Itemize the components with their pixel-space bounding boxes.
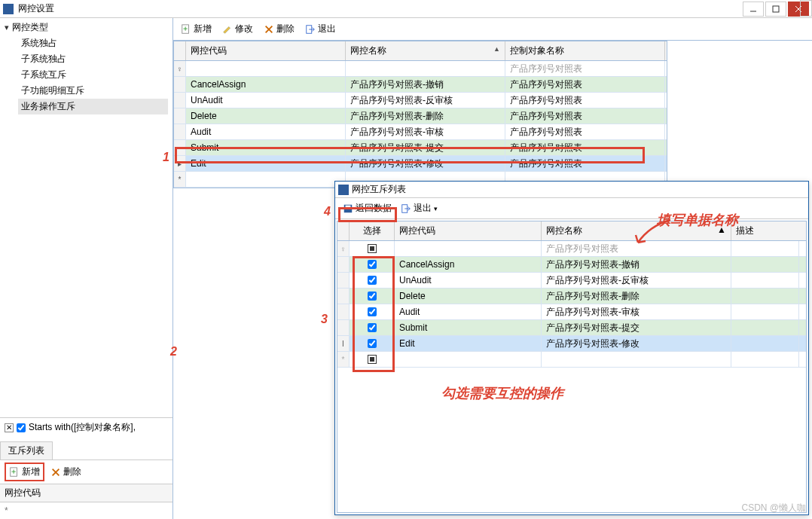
filter-enable-checkbox[interactable] [17,423,26,432]
row-checkbox[interactable] [368,292,377,301]
cell-desc [731,273,799,288]
save-icon [343,203,353,214]
tab-mutex-list[interactable]: 互斥列表 [0,441,53,459]
pcol-select[interactable]: 选择 [350,221,395,240]
popup-title: 网控互斥列表 [352,183,406,196]
table-row[interactable]: Delete 产品序列号对照表-删除 产品序列号对照表 [174,108,667,124]
table-row[interactable]: Submit 产品序列号对照表-提交 产品序列号对照表 [174,140,667,156]
add-button[interactable]: 新增 [178,21,215,37]
tree-item[interactable]: 子功能明细互斥 [18,83,168,99]
pcol-code[interactable]: 网控代码 [395,221,542,240]
nav-tree: ▾ 网控类型 系统独占子系统独占子系统互斥子功能明细互斥业务操作互斥 [0,18,172,118]
cell-name: 产品序列号对照表-撤销 [346,77,505,92]
exit-button[interactable]: 退出 [302,21,339,37]
svg-rect-1 [773,6,779,12]
cell-target: 产品序列号对照表 [505,140,665,155]
row-checkbox[interactable] [368,276,377,285]
filter-bar: ✕ Starts with([控制对象名称], [0,417,172,437]
pcol-desc[interactable]: 描述 [731,221,799,240]
delete-icon [50,467,61,478]
maximize-button[interactable] [765,2,786,17]
app-icon [3,4,14,14]
row-checkbox[interactable] [368,307,377,316]
select-all-checkbox[interactable] [368,244,377,253]
cell-name: 产品序列号对照表-删除 [542,289,731,304]
popup-grid-header: 选择 网控代码 网控名称▲ 描述 [337,221,806,241]
row-checkbox[interactable] [368,323,377,332]
cell-desc [731,304,799,319]
cell-name: 产品序列号对照表-撤销 [542,257,731,272]
edit-button[interactable]: 修改 [219,21,256,37]
popup-icon [338,185,349,195]
tree-item[interactable]: 子系统独占 [18,51,168,67]
cell-name: 产品序列号对照表-修改 [542,336,731,351]
delete-button[interactable]: 删除 [261,21,298,37]
table-row[interactable]: Audit 产品序列号对照表-审核 产品序列号对照表 [174,124,667,140]
svg-rect-16 [346,205,351,208]
cell-code: UnAudit [395,273,542,288]
dropdown-icon[interactable]: ▾ [434,205,438,212]
cell-desc [731,336,799,351]
cell-name: 产品序列号对照表-提交 [346,140,505,155]
exit-icon [401,203,411,214]
col-name[interactable]: 网控名称▲ [346,41,505,60]
bottom-grid-newrow[interactable]: * [0,502,172,519]
cell-target: 产品序列号对照表 [505,156,665,171]
tree-item[interactable]: 系统独占 [18,35,168,51]
left-panel: ▾ 网控类型 系统独占子系统独占子系统互斥子功能明细互斥业务操作互斥 ✕ Sta… [0,18,173,519]
main-grid: 网控代码 网控名称▲ 控制对象名称 ♀ 产品序列号对照表 CancelAssig… [173,41,667,188]
save-return-button[interactable]: 返回数据 [340,200,395,216]
table-row[interactable]: UnAudit 产品序列号对照表-反审核 [337,273,806,289]
cell-code: Audit [186,124,346,139]
table-row[interactable]: CancelAssign 产品序列号对照表-撤销 产品序列号对照表 [174,77,667,93]
bottom-delete-button[interactable]: 删除 [47,464,84,480]
popup-new-row[interactable]: * [337,352,806,368]
table-row[interactable]: Submit 产品序列号对照表-提交 [337,320,806,336]
table-row[interactable]: I Edit 产品序列号对照表-修改 [337,336,806,352]
edit-icon [222,24,233,35]
cell-name: 产品序列号对照表-删除 [346,108,505,124]
window-title: 网控设置 [18,2,54,15]
exit-icon [305,24,316,35]
cell-code: Edit [395,336,542,351]
cell-target: 产品序列号对照表 [505,124,665,139]
cell-code: UnAudit [186,93,346,108]
popup-toolbar: 返回数据 退出 ▾ [335,198,808,219]
tree-item[interactable]: 子系统互斥 [18,67,168,83]
clear-filter-icon[interactable]: ✕ [5,423,14,432]
cell-code: Delete [395,289,542,304]
popup-titlebar: 网控互斥列表 [335,182,808,198]
table-row[interactable]: UnAudit 产品序列号对照表-反审核 产品序列号对照表 [174,93,667,108]
tree-root[interactable]: ▾ 网控类型 [5,21,168,34]
add-doc-icon [9,467,20,478]
table-row[interactable]: CancelAssign 产品序列号对照表-撤销 [337,257,806,273]
mutex-list-dialog: 网控互斥列表 返回数据 退出 ▾ 选择 网控代码 网控名称▲ 描述 ♀ 产品序列… [334,181,809,515]
row-checkbox[interactable] [368,339,377,348]
popup-filter-row[interactable]: ♀ 产品序列号对照表 [337,241,806,257]
popup-exit-button[interactable]: 退出 ▾ [398,200,441,216]
row-checkbox[interactable] [368,260,377,269]
filter-expression: Starts with([控制对象名称], [29,421,136,434]
tree-item[interactable]: 业务操作互斥 [18,99,168,114]
new-row-checkbox[interactable] [368,355,377,364]
cell-code: Submit [186,140,346,155]
window-controls [741,2,809,17]
main-toolbar: 新增 修改 删除 退出 [173,18,812,41]
table-row[interactable]: ▸ Edit 产品序列号对照表-修改 产品序列号对照表 [174,156,667,172]
col-code[interactable]: 网控代码 [186,41,346,60]
window-titlebar: 网控设置 [0,0,812,18]
grid-filter-row[interactable]: ♀ 产品序列号对照表 [174,61,667,77]
table-row[interactable]: Audit 产品序列号对照表-审核 [337,304,806,320]
table-row[interactable]: Delete 产品序列号对照表-删除 [337,289,806,304]
bottom-add-button[interactable]: 新增 [5,463,44,481]
cell-code: Delete [186,108,346,124]
col-target[interactable]: 控制对象名称 [505,41,665,60]
cell-target: 产品序列号对照表 [505,108,665,124]
minimize-button[interactable] [743,2,764,17]
sort-asc-icon: ▲ [493,45,500,53]
cell-code: CancelAssign [186,77,346,92]
cell-code: CancelAssign [395,257,542,272]
pcol-name[interactable]: 网控名称▲ [542,221,731,240]
cell-name: 产品序列号对照表-修改 [346,156,505,171]
collapse-icon[interactable]: ▾ [5,23,9,32]
